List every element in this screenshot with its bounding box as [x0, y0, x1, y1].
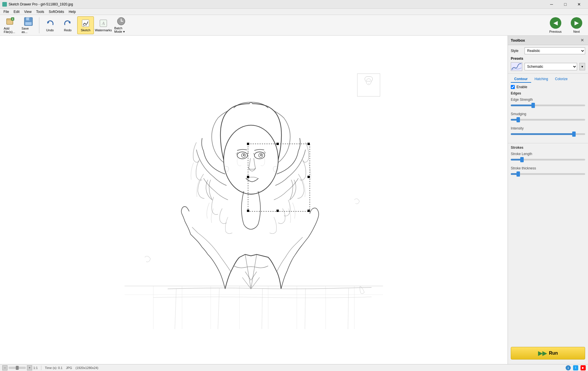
run-label: Run: [549, 351, 558, 356]
title-bar: Sketch Drawer Pro - girl-511883_1920.jpg…: [0, 0, 588, 9]
run-section: ▶▶ Run: [508, 342, 588, 364]
svg-rect-34: [247, 210, 249, 212]
zoom-slider[interactable]: [9, 367, 26, 369]
menu-file[interactable]: File: [1, 9, 11, 15]
next-label: Next: [573, 30, 580, 33]
presets-dropdown-arrow[interactable]: ▾: [579, 63, 585, 70]
sketch-image: [125, 71, 383, 329]
previous-icon: ◀: [550, 17, 561, 29]
edge-strength-track[interactable]: [511, 103, 585, 108]
format-label: JPG: [66, 366, 72, 370]
toolbox-title: Toolbox: [511, 38, 525, 42]
svg-rect-36: [276, 143, 279, 145]
menu-tools[interactable]: Tools: [34, 9, 47, 15]
twitter-icon[interactable]: t: [573, 365, 578, 370]
separator-1: [39, 17, 39, 33]
zoom-in-button[interactable]: +: [27, 365, 32, 370]
toolbox-close-button[interactable]: ✕: [579, 37, 585, 43]
sketch-container: [125, 71, 383, 329]
toolbox-spacer: [508, 183, 588, 342]
twitter-label: t: [575, 366, 576, 369]
intensity-track[interactable]: [511, 132, 585, 137]
add-files-button[interactable]: + Add File(s)...: [2, 16, 19, 34]
stroke-length-track[interactable]: [511, 157, 585, 162]
strokes-section: Strokes Stroke Length Stroke thickness: [508, 143, 588, 183]
toolbar: + Add File(s)... Save as... Undo: [0, 15, 588, 36]
next-icon: ▶: [571, 17, 582, 29]
minimize-button[interactable]: ─: [545, 0, 558, 9]
tab-contour[interactable]: Contour: [511, 76, 531, 83]
youtube-icon[interactable]: ▶: [581, 365, 586, 370]
close-button[interactable]: ✕: [572, 0, 586, 9]
stroke-thickness-label: Stroke thickness: [511, 166, 585, 170]
enable-checkbox[interactable]: [511, 85, 515, 89]
style-label: Style: [511, 49, 522, 53]
svg-rect-33: [307, 143, 310, 145]
edge-strength-fill: [511, 105, 533, 106]
svg-rect-39: [307, 176, 310, 178]
menu-edit[interactable]: Edit: [11, 9, 22, 15]
watermarks-icon: A: [99, 19, 108, 28]
edge-strength-bg: [511, 105, 585, 106]
intensity-fill: [511, 133, 574, 135]
toolbox-panel: Toolbox ✕ Style Realistic Cartoon Abstra…: [508, 36, 588, 364]
svg-point-27: [243, 154, 245, 156]
zoom-thumb[interactable]: [16, 366, 19, 370]
svg-rect-9: [82, 20, 89, 27]
undo-label: Undo: [46, 28, 54, 32]
edge-strength-thumb[interactable]: [531, 103, 535, 108]
svg-rect-38: [247, 176, 249, 178]
stroke-length-bg: [511, 159, 585, 161]
svg-rect-37: [276, 210, 279, 212]
zoom-out-button[interactable]: −: [2, 365, 7, 370]
svg-point-30: [260, 154, 262, 156]
smudging-track[interactable]: [511, 117, 585, 122]
redo-button[interactable]: Redo: [59, 16, 76, 34]
tabs-section: Contour Hatching Colorize Enable Edges E…: [508, 74, 588, 143]
enable-label: Enable: [517, 85, 527, 89]
enable-checkbox-row: Enable: [511, 85, 585, 89]
smudging-thumb[interactable]: [517, 117, 520, 122]
tab-hatching[interactable]: Hatching: [531, 76, 552, 83]
save-as-button[interactable]: Save as...: [20, 16, 37, 34]
batch-mode-label: Batch Mode ▾: [114, 26, 128, 34]
batch-mode-button[interactable]: Batch Mode ▾: [113, 16, 129, 34]
smudging-slider-row: Smudging: [511, 112, 585, 122]
svg-rect-5: [25, 22, 32, 25]
tab-colorize[interactable]: Colorize: [552, 76, 571, 83]
time-label: Time (s): 0.1: [45, 366, 62, 370]
stroke-thickness-thumb[interactable]: [517, 171, 520, 177]
menu-bar: File Edit View Tools SoftOrbits Help: [0, 9, 588, 15]
nav-section: ◀ Previous ▶ Next: [546, 16, 586, 35]
smudging-bg: [511, 119, 585, 121]
previous-button[interactable]: ◀ Previous: [546, 16, 565, 35]
style-section: Style Realistic Cartoon Abstract Pencil …: [508, 45, 588, 74]
stroke-thickness-track[interactable]: [511, 171, 585, 177]
status-bar: − + 1:1 Time (s): 0.1 JPG (1920x1280x24)…: [0, 364, 588, 371]
undo-button[interactable]: Undo: [42, 16, 58, 34]
sketch-label: Sketch: [81, 28, 90, 32]
status-time: Time (s): 0.1: [45, 366, 62, 370]
info-icon[interactable]: i: [566, 365, 571, 370]
intensity-thumb[interactable]: [572, 132, 576, 137]
dimensions-label: (1920x1280x24): [76, 366, 98, 370]
maximize-button[interactable]: □: [559, 0, 572, 9]
menu-help[interactable]: Help: [66, 9, 78, 15]
run-button[interactable]: ▶▶ Run: [511, 347, 585, 360]
watermarks-label: Watermarks: [95, 28, 112, 32]
menu-view[interactable]: View: [22, 9, 34, 15]
watermarks-button[interactable]: A Watermarks: [95, 16, 112, 34]
menu-softorbits[interactable]: SoftOrbits: [47, 9, 66, 15]
intensity-label: Intensity: [511, 126, 585, 130]
sketch-button[interactable]: Sketch: [77, 16, 94, 34]
stroke-length-thumb[interactable]: [520, 157, 524, 162]
canvas-area[interactable]: [0, 36, 508, 364]
next-button[interactable]: ▶ Next: [567, 16, 586, 35]
svg-rect-35: [307, 210, 310, 212]
presets-select[interactable]: Schematic Classic Detailed Soft: [525, 63, 577, 70]
stroke-thickness-slider-row: Stroke thickness: [511, 166, 585, 177]
toolbox-header: Toolbox ✕: [508, 36, 588, 45]
tabs-row: Contour Hatching Colorize: [511, 76, 585, 83]
style-select[interactable]: Realistic Cartoon Abstract Pencil: [525, 47, 585, 54]
redo-label: Redo: [64, 28, 71, 32]
